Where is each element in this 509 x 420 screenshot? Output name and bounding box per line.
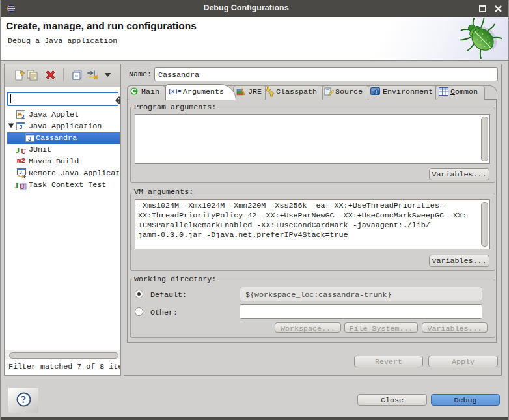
svg-text:J: J bbox=[28, 135, 31, 142]
svg-text:J: J bbox=[20, 169, 22, 175]
svg-text:U: U bbox=[21, 147, 26, 154]
svg-text:?: ? bbox=[21, 394, 26, 405]
svg-text:U: U bbox=[20, 182, 25, 190]
svg-text:J: J bbox=[16, 145, 20, 154]
svg-text:J: J bbox=[19, 123, 22, 130]
svg-text:J: J bbox=[14, 180, 19, 190]
svg-text:J: J bbox=[21, 113, 24, 119]
